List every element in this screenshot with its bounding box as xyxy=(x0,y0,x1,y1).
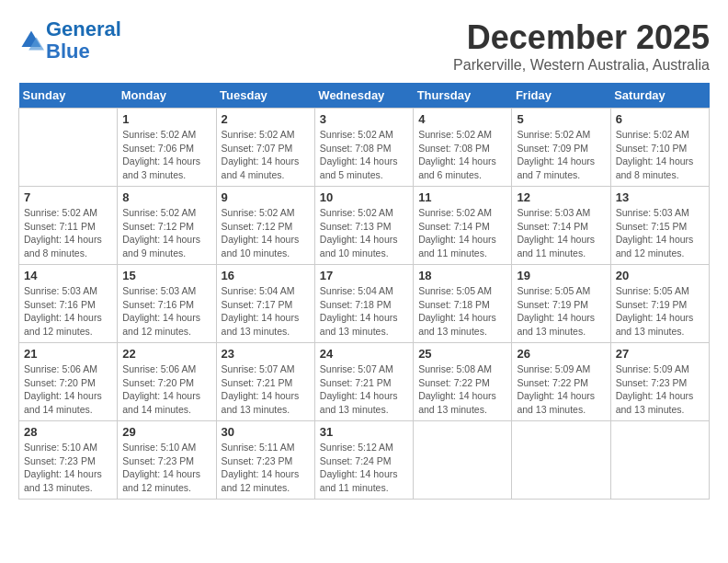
weekday-header-tuesday: Tuesday xyxy=(216,83,314,109)
day-info: Sunrise: 5:02 AMSunset: 7:12 PMDaylight:… xyxy=(122,206,210,260)
day-number: 9 xyxy=(222,190,310,204)
day-info: Sunrise: 5:05 AMSunset: 7:19 PMDaylight:… xyxy=(616,284,704,339)
day-number: 16 xyxy=(222,269,310,282)
logo-icon xyxy=(18,28,44,53)
calendar-cell: 21Sunrise: 5:06 AMSunset: 7:20 PMDayligh… xyxy=(19,343,118,421)
day-info: Sunrise: 5:02 AMSunset: 7:12 PMDaylight:… xyxy=(222,206,310,260)
day-info: Sunrise: 5:07 AMSunset: 7:21 PMDaylight:… xyxy=(320,362,408,417)
day-number: 1 xyxy=(122,112,210,126)
weekday-header-friday: Friday xyxy=(512,83,610,109)
title-area: December 2025 Parkerville, Western Austr… xyxy=(453,18,710,74)
calendar-cell: 16Sunrise: 5:04 AMSunset: 7:17 PMDayligh… xyxy=(216,265,314,343)
day-number: 29 xyxy=(122,425,210,439)
day-number: 5 xyxy=(517,112,605,126)
day-info: Sunrise: 5:10 AMSunset: 7:23 PMDaylight:… xyxy=(24,441,112,495)
day-number: 28 xyxy=(24,425,112,439)
calendar-cell: 27Sunrise: 5:09 AMSunset: 7:23 PMDayligh… xyxy=(610,343,709,421)
day-number: 4 xyxy=(418,112,506,126)
day-info: Sunrise: 5:04 AMSunset: 7:18 PMDaylight:… xyxy=(320,284,408,339)
calendar-cell xyxy=(610,421,709,500)
logo-text: General Blue xyxy=(46,18,121,63)
day-info: Sunrise: 5:02 AMSunset: 7:06 PMDaylight:… xyxy=(122,128,210,182)
calendar-cell: 25Sunrise: 5:08 AMSunset: 7:22 PMDayligh… xyxy=(414,343,512,421)
weekday-header-monday: Monday xyxy=(118,83,216,109)
weekday-header-sunday: Sunday xyxy=(19,83,118,109)
day-number: 10 xyxy=(320,190,408,204)
day-number: 22 xyxy=(122,347,210,361)
day-info: Sunrise: 5:03 AMSunset: 7:16 PMDaylight:… xyxy=(122,284,210,339)
logo-line1: General xyxy=(46,17,121,40)
day-info: Sunrise: 5:12 AMSunset: 7:24 PMDaylight:… xyxy=(320,441,408,495)
calendar-cell: 13Sunrise: 5:03 AMSunset: 7:15 PMDayligh… xyxy=(610,187,709,265)
calendar-cell xyxy=(414,421,512,500)
day-info: Sunrise: 5:05 AMSunset: 7:19 PMDaylight:… xyxy=(517,284,605,339)
calendar-cell: 29Sunrise: 5:10 AMSunset: 7:23 PMDayligh… xyxy=(118,421,216,500)
weekday-header-row: SundayMondayTuesdayWednesdayThursdayFrid… xyxy=(19,83,710,109)
calendar-cell: 4Sunrise: 5:02 AMSunset: 7:08 PMDaylight… xyxy=(414,109,512,187)
calendar-cell: 11Sunrise: 5:02 AMSunset: 7:14 PMDayligh… xyxy=(414,187,512,265)
calendar-cell: 5Sunrise: 5:02 AMSunset: 7:09 PMDaylight… xyxy=(512,109,610,187)
location-title: Parkerville, Western Australia, Australi… xyxy=(453,57,710,74)
day-info: Sunrise: 5:02 AMSunset: 7:10 PMDaylight:… xyxy=(616,128,704,182)
calendar-cell: 2Sunrise: 5:02 AMSunset: 7:07 PMDaylight… xyxy=(216,109,314,187)
day-number: 30 xyxy=(222,425,310,439)
calendar-cell: 9Sunrise: 5:02 AMSunset: 7:12 PMDaylight… xyxy=(216,187,314,265)
page-header: General Blue December 2025 Parkerville, … xyxy=(18,18,710,74)
weekday-header-wednesday: Wednesday xyxy=(314,83,413,109)
logo-line2: Blue xyxy=(46,40,90,63)
calendar-cell: 18Sunrise: 5:05 AMSunset: 7:18 PMDayligh… xyxy=(414,265,512,343)
calendar-cell: 28Sunrise: 5:10 AMSunset: 7:23 PMDayligh… xyxy=(19,421,118,500)
month-title: December 2025 xyxy=(453,18,710,57)
calendar-body: 1Sunrise: 5:02 AMSunset: 7:06 PMDaylight… xyxy=(19,109,710,500)
day-number: 17 xyxy=(320,269,408,282)
calendar-cell: 23Sunrise: 5:07 AMSunset: 7:21 PMDayligh… xyxy=(216,343,314,421)
day-info: Sunrise: 5:07 AMSunset: 7:21 PMDaylight:… xyxy=(222,362,310,417)
day-number: 6 xyxy=(616,112,704,126)
week-row-5: 28Sunrise: 5:10 AMSunset: 7:23 PMDayligh… xyxy=(19,421,710,500)
day-info: Sunrise: 5:04 AMSunset: 7:17 PMDaylight:… xyxy=(222,284,310,339)
calendar-cell: 15Sunrise: 5:03 AMSunset: 7:16 PMDayligh… xyxy=(118,265,216,343)
weekday-header-thursday: Thursday xyxy=(414,83,512,109)
day-number: 11 xyxy=(418,190,506,204)
day-number: 18 xyxy=(418,269,506,282)
calendar-cell: 14Sunrise: 5:03 AMSunset: 7:16 PMDayligh… xyxy=(19,265,118,343)
day-number: 25 xyxy=(418,347,506,361)
day-info: Sunrise: 5:02 AMSunset: 7:08 PMDaylight:… xyxy=(418,128,506,182)
day-info: Sunrise: 5:02 AMSunset: 7:07 PMDaylight:… xyxy=(222,128,310,182)
day-info: Sunrise: 5:02 AMSunset: 7:13 PMDaylight:… xyxy=(320,206,408,260)
logo: General Blue xyxy=(18,18,121,63)
day-number: 15 xyxy=(122,269,210,282)
day-info: Sunrise: 5:09 AMSunset: 7:22 PMDaylight:… xyxy=(517,362,605,417)
calendar-cell: 24Sunrise: 5:07 AMSunset: 7:21 PMDayligh… xyxy=(314,343,413,421)
day-info: Sunrise: 5:08 AMSunset: 7:22 PMDaylight:… xyxy=(418,362,506,417)
day-info: Sunrise: 5:02 AMSunset: 7:08 PMDaylight:… xyxy=(320,128,408,182)
calendar-table: SundayMondayTuesdayWednesdayThursdayFrid… xyxy=(18,83,710,500)
calendar-cell xyxy=(512,421,610,500)
day-info: Sunrise: 5:02 AMSunset: 7:11 PMDaylight:… xyxy=(24,206,112,260)
day-info: Sunrise: 5:03 AMSunset: 7:15 PMDaylight:… xyxy=(616,206,704,260)
calendar-cell: 1Sunrise: 5:02 AMSunset: 7:06 PMDaylight… xyxy=(118,109,216,187)
day-number: 2 xyxy=(222,112,310,126)
week-row-1: 1Sunrise: 5:02 AMSunset: 7:06 PMDaylight… xyxy=(19,109,710,187)
week-row-2: 7Sunrise: 5:02 AMSunset: 7:11 PMDaylight… xyxy=(19,187,710,265)
day-number: 13 xyxy=(616,190,704,204)
day-info: Sunrise: 5:02 AMSunset: 7:14 PMDaylight:… xyxy=(418,206,506,260)
day-info: Sunrise: 5:05 AMSunset: 7:18 PMDaylight:… xyxy=(418,284,506,339)
day-info: Sunrise: 5:11 AMSunset: 7:23 PMDaylight:… xyxy=(222,441,310,495)
day-number: 14 xyxy=(24,269,112,282)
day-number: 3 xyxy=(320,112,408,126)
day-info: Sunrise: 5:03 AMSunset: 7:14 PMDaylight:… xyxy=(517,206,605,260)
week-row-3: 14Sunrise: 5:03 AMSunset: 7:16 PMDayligh… xyxy=(19,265,710,343)
day-info: Sunrise: 5:09 AMSunset: 7:23 PMDaylight:… xyxy=(616,362,704,417)
day-number: 23 xyxy=(222,347,310,361)
calendar-header: SundayMondayTuesdayWednesdayThursdayFrid… xyxy=(19,83,710,109)
calendar-cell: 19Sunrise: 5:05 AMSunset: 7:19 PMDayligh… xyxy=(512,265,610,343)
day-number: 8 xyxy=(122,190,210,204)
day-number: 20 xyxy=(616,269,704,282)
calendar-cell: 3Sunrise: 5:02 AMSunset: 7:08 PMDaylight… xyxy=(314,109,413,187)
calendar-cell: 7Sunrise: 5:02 AMSunset: 7:11 PMDaylight… xyxy=(19,187,118,265)
day-number: 7 xyxy=(24,190,112,204)
day-info: Sunrise: 5:06 AMSunset: 7:20 PMDaylight:… xyxy=(122,362,210,417)
day-number: 24 xyxy=(320,347,408,361)
day-number: 31 xyxy=(320,425,408,439)
